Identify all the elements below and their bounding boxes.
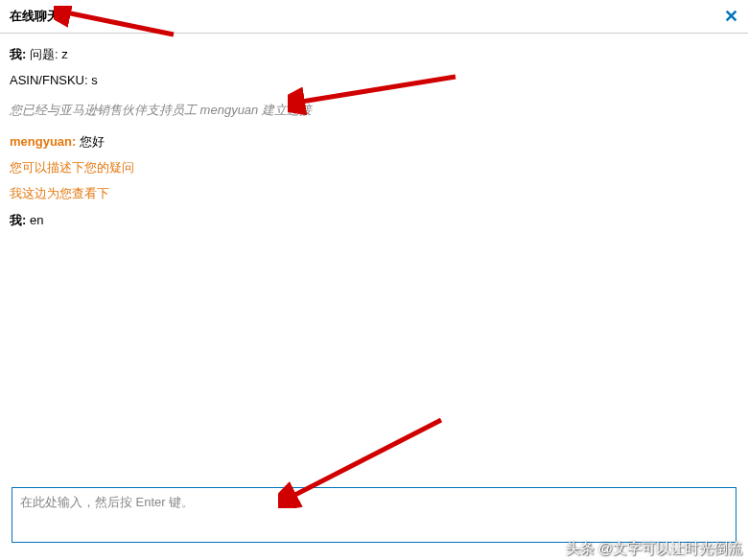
message-text: z bbox=[61, 47, 68, 61]
message-line: 我: 问题: z bbox=[10, 45, 738, 65]
message-line: mengyuan: 您好 bbox=[10, 132, 738, 152]
chat-body: 我: 问题: z ASIN/FNSKU: s 您已经与亚马逊销售伙伴支持员工 m… bbox=[0, 34, 748, 248]
close-icon[interactable]: ✕ bbox=[724, 8, 738, 25]
message-text: 您可以描述下您的疑问 bbox=[10, 160, 134, 175]
message-text: s bbox=[91, 73, 98, 87]
message-input[interactable] bbox=[12, 488, 736, 542]
message-text: en bbox=[30, 213, 43, 227]
chat-title: 在线聊天 bbox=[10, 8, 59, 25]
message-line: 我: en bbox=[10, 211, 738, 231]
sender-me-label: 我: bbox=[10, 213, 26, 227]
message-input-container bbox=[12, 487, 736, 543]
message-line: ASIN/FNSKU: s bbox=[10, 71, 738, 91]
message-text: 我这边为您查看下 bbox=[10, 186, 109, 200]
sender-agent-label: mengyuan: bbox=[10, 134, 76, 149]
message-prefix: 问题: bbox=[30, 47, 58, 61]
system-message: 您已经与亚马逊销售伙伴支持员工 mengyuan 建立连接 bbox=[10, 101, 738, 120]
message-prefix: ASIN/FNSKU: bbox=[10, 73, 88, 87]
sender-me-label: 我: bbox=[10, 47, 26, 61]
chat-header: 在线聊天 ✕ bbox=[0, 0, 748, 34]
message-line: 我这边为您查看下 bbox=[10, 184, 738, 204]
message-line: 您可以描述下您的疑问 bbox=[10, 158, 738, 178]
message-text: 您好 bbox=[80, 134, 105, 149]
